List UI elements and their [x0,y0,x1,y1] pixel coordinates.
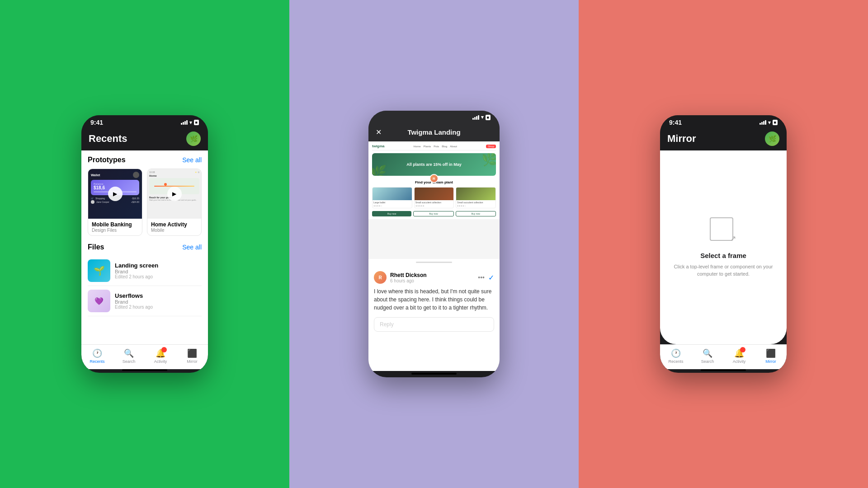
plant-card-name-1: Large ballet [373,200,412,205]
phone-left: 9:41 ▾ ■ Recents 🌿 Prototyp [81,115,208,373]
comment-check-icon[interactable]: ✓ [488,273,494,282]
banking-info: Mobile Banking Design Files [88,219,142,235]
file-edited-userflows: Edited 2 hours ago [115,305,202,310]
play-button-banking[interactable]: ▶ [108,187,123,201]
status-time-right: 9:41 [669,119,682,126]
file-edited-landing: Edited 2 hours ago [115,274,202,279]
plant-card-name-3: Small succulent collection [456,200,495,205]
home-sub: Mobile [151,228,198,233]
tab-recents-right[interactable]: 🕐 Recents [660,348,692,364]
plant-shop-btn[interactable]: Shop [486,145,496,148]
search-label-left: Search [123,359,136,364]
tab-search-right[interactable]: 🔍 Search [692,348,723,364]
phone-middle: ▾ ■ ✕ Twigma Landing twigma Home Plants [368,111,500,377]
home-bar-left [122,369,167,371]
file-thumb-userflows: 💜 [88,290,110,312]
scroll-indicator [416,262,452,263]
plant-cards: Large ballet ★★★★☆ Small succulent colle… [372,187,496,208]
activity-badge-right [740,347,745,352]
recents-label: Recents [90,359,104,364]
battery-icon-right: ■ [773,120,778,125]
plant-card-img-1 [373,188,412,200]
plant-card-name-2: Small succulent collection [415,200,454,205]
user-avatar-right[interactable]: 🌿 [765,131,779,146]
file-name-userflows: Userflows [115,292,202,299]
tab-search-left[interactable]: 🔍 Search [113,348,145,364]
comment-avatar: R [374,271,387,284]
tab-recents-left[interactable]: 🕐 Recents [81,348,113,364]
comment-time: 6 hours ago [390,278,427,283]
signal-icon-mid [472,115,479,120]
banking-name: Mobile Banking [92,221,138,228]
wifi-icon-right: ▾ [768,120,771,126]
middle-panel: ▾ ■ ✕ Twigma Landing twigma Home Plants [289,0,579,488]
right-panel: 9:41 ▾ ■ Mirror 🌿 [579,0,868,488]
plant-card-img-2 [415,188,454,200]
file-brand-userflows: Brand [115,299,202,305]
home-bar-mid [411,373,457,375]
file-item-userflows[interactable]: 💜 Userflows Brand Edited 2 hours ago [88,286,202,316]
file-item-landing[interactable]: 🌱 Landing screen Brand Edited 2 hours ag… [88,256,202,286]
activity-badge-left [161,347,167,352]
battery-icon: ■ [194,120,199,125]
tab-activity-left[interactable]: 🔔 Activity [145,348,176,364]
plant-card-1: Large ballet ★★★★☆ [372,187,412,208]
mirror-title: Mirror [667,133,696,145]
app-header-left: Recents 🌿 [81,129,208,150]
file-info-userflows: Userflows Brand Edited 2 hours ago [115,292,202,310]
play-button-home[interactable]: ▶ [167,187,182,201]
files-see-all[interactable]: See all [182,244,202,251]
plant-card-img-3 [456,188,495,200]
user-avatar-left[interactable]: 🌿 [186,131,201,146]
comment-author-row: R Rhett Dickson 6 hours ago ••• ✓ [374,271,494,284]
status-icons-right: ▾ ■ [760,120,778,126]
prototypes-see-all[interactable]: See all [182,156,202,164]
tab-mirror-right[interactable]: ⬛ Mirror [755,348,787,364]
proto-card-banking[interactable]: Wallet Balance $18,6 � [88,169,142,236]
files-section-header: Files See all [88,243,202,251]
status-bar-left: 9:41 ▾ ■ [81,115,208,129]
status-icons-mid: ▾ ■ [472,114,491,120]
reply-input[interactable]: Reply [374,317,494,332]
recents-icon: 🕐 [92,349,102,358]
wifi-icon: ▾ [189,120,192,126]
avatar-emoji-right: 🌿 [769,135,776,142]
mirror-label-left: Mirror [187,359,198,364]
status-icons-left: ▾ ■ [181,120,199,126]
select-frame-title: Select a frame [700,252,746,259]
file-name-landing: Landing screen [115,262,202,269]
leaf-decoration-1: 🌿 [481,153,496,167]
status-time-left: 9:41 [90,119,103,126]
banking-thumb: Wallet Balance $18,6 � [88,169,142,219]
left-panel: 9:41 ▾ ■ Recents 🌿 Prototyp [0,0,289,488]
battery-icon-mid: ■ [486,115,491,120]
comment-body: I love where this is headed, but I'm not… [374,287,494,312]
activity-label-right: Activity [733,359,746,364]
select-frame-sub: Click a top-level frame or component on … [660,263,787,278]
search-icon-left: 🔍 [124,348,134,358]
mid-content: twigma Home Plants Pots Blog About Shop … [368,141,500,371]
tab-activity-right[interactable]: 🔔 Activity [723,348,755,364]
comment-more-icon[interactable]: ••• [478,274,485,281]
leaf-decoration-2: 🌿 [372,164,387,176]
plant-website: twigma Home Plants Pots Blog About Shop … [368,141,500,219]
prototypes-title: Prototypes [88,156,126,164]
comment-author-info: Rhett Dickson 6 hours ago [390,272,427,283]
search-label-right: Search [701,359,714,364]
search-icon-right: 🔍 [703,348,712,358]
comment-author-left: R Rhett Dickson 6 hours ago [374,271,427,284]
mirror-icon-right: ⬛ [766,348,776,358]
signal-icon-right [760,120,766,125]
tab-mirror-left[interactable]: ⬛ Mirror [176,348,208,364]
proto-card-home[interactable]: 10:08 ☀ ⚙ Home Reach fo [147,169,202,236]
status-bar-right: 9:41 ▾ ■ [660,115,787,129]
activity-label-left: Activity [154,359,167,364]
home-name: Home Activity [151,221,198,228]
frame-select-icon: ↗ [710,217,737,244]
comment-section: R Rhett Dickson 6 hours ago ••• ✓ I love… [368,266,500,371]
close-button-mid[interactable]: ✕ [376,128,382,136]
comment-author-name: Rhett Dickson [390,272,427,278]
app-header-right: Mirror 🌿 [660,129,787,150]
plant-card-3: Small succulent collection ★★★★☆ [456,187,496,208]
recents-content[interactable]: Prototypes See all Wallet Balance [81,150,208,344]
